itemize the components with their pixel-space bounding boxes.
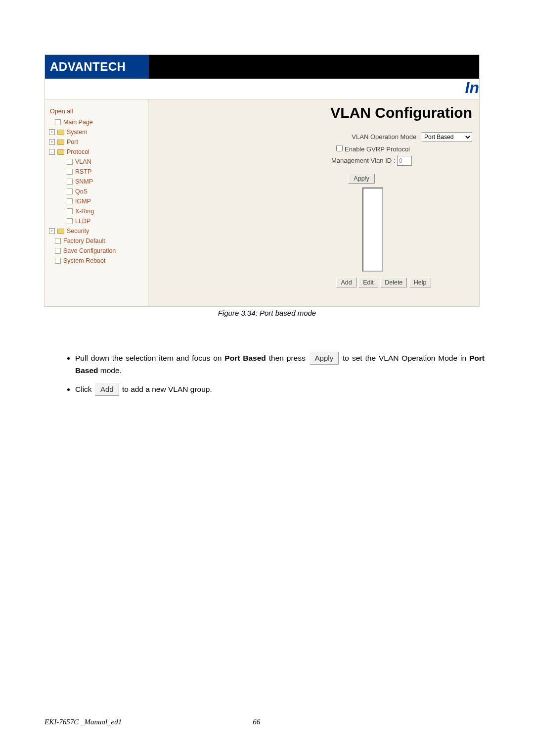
text: to set the VLAN Operation Mode in: [340, 354, 469, 362]
main-panel: VLAN Configuration VLAN Operation Mode :…: [149, 99, 479, 306]
apply-button[interactable]: Apply: [348, 174, 374, 184]
tree-system-reboot[interactable]: System Reboot: [55, 256, 145, 266]
tree-label: Main Page: [63, 119, 93, 126]
page-icon: [55, 238, 61, 244]
top-dark-band: [149, 55, 479, 79]
tree-factory-default[interactable]: Factory Default: [55, 236, 145, 246]
tree-system[interactable]: +System: [49, 127, 145, 137]
page-icon: [67, 159, 73, 165]
brand-text: ADVANTECH: [50, 60, 126, 74]
folder-icon: [57, 140, 64, 145]
folder-icon: [57, 229, 64, 234]
text: then press: [266, 354, 309, 362]
tree-main-page[interactable]: Main Page: [55, 117, 145, 127]
mgmt-row: Management Vlan ID :: [169, 156, 475, 166]
page-footer: EKI-7657C _Manual_ed1 66: [44, 718, 490, 726]
page-icon: [67, 169, 73, 175]
tree-lldp[interactable]: LLDP: [67, 216, 145, 226]
tree-label: System Reboot: [63, 257, 105, 264]
collapse-icon[interactable]: –: [49, 149, 55, 155]
tree-label: Open all: [50, 108, 73, 115]
op-mode-select[interactable]: Port Based: [422, 132, 472, 142]
tree-label: QoS: [75, 188, 88, 195]
tree-label: Save Configuration: [63, 247, 116, 254]
tree-protocol[interactable]: –Protocol: [49, 147, 145, 157]
edit-button[interactable]: Edit: [358, 278, 378, 287]
action-buttons: Add Edit Delete Help: [169, 278, 475, 287]
tree-label: System: [67, 129, 88, 136]
text: Click: [75, 385, 94, 393]
gvrp-label: Enable GVRP Protocol: [345, 145, 410, 153]
tree-security[interactable]: +Security: [49, 226, 145, 236]
op-mode-label: VLAN Operation Mode :: [352, 133, 420, 141]
tree-snmp[interactable]: SNMP: [67, 177, 145, 187]
delete-button[interactable]: Delete: [380, 278, 407, 287]
nav-tree: Open all Main Page +System +Port –Protoc…: [45, 99, 149, 306]
gvrp-checkbox[interactable]: [336, 145, 343, 151]
text: Pull down the selection item and focus o…: [75, 354, 224, 362]
text: to add a new VLAN group.: [120, 385, 212, 393]
tree-xring[interactable]: X-Ring: [67, 206, 145, 216]
tree-label: Factory Default: [63, 237, 105, 244]
apply-row: Apply: [169, 174, 475, 184]
brand-logo: ADVANTECH: [45, 55, 149, 79]
inline-add-button: Add: [95, 383, 119, 396]
instructions: Pull down the selection item and focus o…: [44, 352, 490, 396]
page-icon: [67, 179, 73, 185]
page-number: 66: [253, 718, 260, 726]
instruction-item: Click Add to add a new VLAN group.: [75, 383, 485, 396]
tree-label: Protocol: [67, 148, 89, 155]
folder-icon: [57, 130, 64, 135]
tree-label: Port: [67, 139, 78, 145]
tree-port[interactable]: +Port: [49, 137, 145, 147]
inline-apply-button: Apply: [310, 352, 339, 365]
mgmt-label: Management Vlan ID :: [331, 157, 395, 164]
top-light-band: [45, 79, 479, 99]
tree-label: IGMP: [75, 198, 91, 205]
tree-label: X-Ring: [75, 208, 94, 215]
page-icon: [55, 248, 61, 254]
page-icon: [55, 258, 61, 264]
tree-rstp[interactable]: RSTP: [67, 167, 145, 177]
doc-id: EKI-7657C _Manual_ed1: [44, 718, 122, 726]
tree-label: LLDP: [75, 218, 90, 225]
vlan-listbox[interactable]: [362, 188, 383, 272]
page-icon: [67, 218, 73, 224]
gvrp-row: Enable GVRP Protocol: [169, 145, 475, 153]
op-mode-row: VLAN Operation Mode : Port Based: [169, 132, 475, 142]
corner-title-fragment: In: [465, 79, 479, 98]
tree-qos[interactable]: QoS: [67, 187, 145, 196]
text: mode.: [98, 366, 122, 375]
tree-label: VLAN: [75, 158, 91, 165]
page-icon: [55, 119, 61, 125]
mgmt-vlan-id-input[interactable]: [397, 156, 412, 166]
expand-icon[interactable]: +: [49, 139, 55, 145]
top-bar: ADVANTECH In: [45, 55, 479, 99]
help-button[interactable]: Help: [409, 278, 431, 287]
add-button[interactable]: Add: [336, 278, 356, 287]
tree-label: SNMP: [75, 178, 93, 185]
page-title: VLAN Configuration: [169, 104, 475, 121]
page-icon: [67, 198, 73, 204]
tree-open-all[interactable]: Open all: [50, 106, 145, 116]
tree-label: Security: [67, 228, 89, 235]
screenshot: ADVANTECH In Open all Main Page +System …: [44, 54, 480, 307]
bold-text: Port Based: [224, 354, 266, 362]
instruction-item: Pull down the selection item and focus o…: [75, 352, 485, 377]
tree-vlan[interactable]: VLAN: [67, 157, 145, 167]
figure-caption: Figure 3.34: Port based mode: [44, 309, 490, 317]
expand-icon[interactable]: +: [49, 129, 55, 135]
page-icon: [67, 208, 73, 214]
tree-label: RSTP: [75, 168, 91, 175]
tree-save-config[interactable]: Save Configuration: [55, 246, 145, 256]
page-icon: [67, 189, 73, 194]
tree-igmp[interactable]: IGMP: [67, 196, 145, 206]
expand-icon[interactable]: +: [49, 228, 55, 234]
folder-icon: [57, 149, 64, 155]
document-page: ADVANTECH In Open all Main Page +System …: [0, 0, 534, 396]
